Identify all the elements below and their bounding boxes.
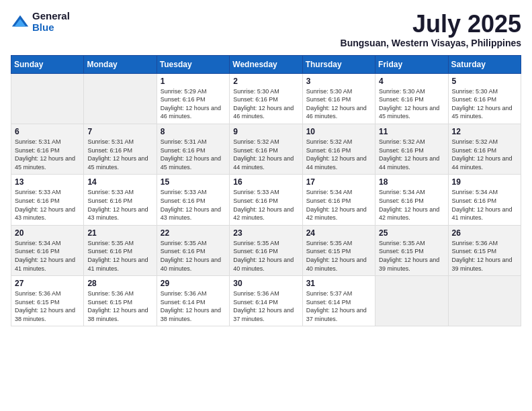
day-info: Sunrise: 5:32 AM Sunset: 6:16 PM Dayligh… [233, 138, 298, 171]
day-info: Sunrise: 5:30 AM Sunset: 6:16 PM Dayligh… [452, 87, 517, 121]
day-info: Sunrise: 5:32 AM Sunset: 6:16 PM Dayligh… [306, 138, 371, 171]
column-header-saturday: Saturday [448, 55, 521, 73]
calendar-cell: 24Sunrise: 5:35 AM Sunset: 6:15 PM Dayli… [302, 225, 375, 275]
day-number: 5 [452, 77, 517, 86]
calendar-cell: 5Sunrise: 5:30 AM Sunset: 6:16 PM Daylig… [448, 73, 521, 124]
calendar-cell: 17Sunrise: 5:34 AM Sunset: 6:16 PM Dayli… [302, 175, 375, 225]
column-header-tuesday: Tuesday [157, 55, 229, 73]
day-number: 19 [452, 177, 517, 187]
day-info: Sunrise: 5:34 AM Sunset: 6:16 PM Dayligh… [306, 188, 371, 222]
calendar-cell: 19Sunrise: 5:34 AM Sunset: 6:16 PM Dayli… [448, 175, 521, 225]
calendar-cell: 25Sunrise: 5:35 AM Sunset: 6:15 PM Dayli… [375, 225, 448, 275]
day-info: Sunrise: 5:30 AM Sunset: 6:16 PM Dayligh… [306, 87, 371, 121]
calendar-cell: 27Sunrise: 5:36 AM Sunset: 6:15 PM Dayli… [11, 276, 84, 326]
calendar-cell: 23Sunrise: 5:35 AM Sunset: 6:16 PM Dayli… [230, 225, 302, 275]
calendar-cell [11, 73, 84, 124]
day-info: Sunrise: 5:35 AM Sunset: 6:16 PM Dayligh… [161, 239, 226, 273]
column-header-sunday: Sunday [11, 55, 84, 73]
day-number: 31 [306, 279, 371, 288]
day-info: Sunrise: 5:36 AM Sunset: 6:14 PM Dayligh… [233, 289, 298, 323]
week-row-3: 13Sunrise: 5:33 AM Sunset: 6:16 PM Dayli… [11, 175, 521, 225]
day-number: 21 [87, 228, 152, 238]
week-row-2: 6Sunrise: 5:31 AM Sunset: 6:16 PM Daylig… [11, 124, 521, 174]
day-info: Sunrise: 5:29 AM Sunset: 6:16 PM Dayligh… [161, 87, 226, 121]
day-info: Sunrise: 5:35 AM Sunset: 6:15 PM Dayligh… [379, 239, 444, 273]
logo-icon [11, 13, 30, 32]
column-header-friday: Friday [375, 55, 448, 73]
day-info: Sunrise: 5:33 AM Sunset: 6:16 PM Dayligh… [161, 188, 226, 222]
header-row: SundayMondayTuesdayWednesdayThursdayFrid… [11, 55, 521, 73]
day-number: 26 [452, 228, 517, 238]
day-info: Sunrise: 5:34 AM Sunset: 6:16 PM Dayligh… [452, 188, 517, 222]
day-info: Sunrise: 5:33 AM Sunset: 6:16 PM Dayligh… [15, 188, 80, 222]
logo-text: General Blue [32, 11, 70, 33]
calendar-cell: 3Sunrise: 5:30 AM Sunset: 6:16 PM Daylig… [302, 73, 375, 124]
day-number: 1 [161, 77, 226, 86]
day-number: 13 [15, 177, 80, 187]
day-info: Sunrise: 5:32 AM Sunset: 6:16 PM Dayligh… [379, 138, 444, 171]
day-number: 12 [452, 127, 517, 136]
column-header-wednesday: Wednesday [230, 55, 302, 73]
day-number: 25 [379, 228, 444, 238]
calendar-cell: 20Sunrise: 5:34 AM Sunset: 6:16 PM Dayli… [11, 225, 84, 275]
day-info: Sunrise: 5:36 AM Sunset: 6:14 PM Dayligh… [161, 289, 226, 323]
calendar-cell: 22Sunrise: 5:35 AM Sunset: 6:16 PM Dayli… [157, 225, 229, 275]
day-number: 30 [233, 279, 298, 288]
day-number: 11 [379, 127, 444, 136]
column-header-thursday: Thursday [302, 55, 375, 73]
calendar-table: SundayMondayTuesdayWednesdayThursdayFrid… [11, 55, 521, 327]
calendar-cell [84, 73, 157, 124]
day-number: 29 [161, 279, 226, 288]
calendar-cell [375, 276, 448, 326]
day-info: Sunrise: 5:34 AM Sunset: 6:16 PM Dayligh… [15, 239, 80, 273]
logo-blue: Blue [32, 22, 70, 34]
calendar-cell: 21Sunrise: 5:35 AM Sunset: 6:16 PM Dayli… [84, 225, 157, 275]
calendar-cell: 7Sunrise: 5:31 AM Sunset: 6:16 PM Daylig… [84, 124, 157, 174]
calendar-header: SundayMondayTuesdayWednesdayThursdayFrid… [11, 55, 521, 73]
location-subtitle: Bungsuan, Western Visayas, Philippines [341, 38, 521, 48]
day-number: 15 [161, 177, 226, 187]
day-number: 10 [306, 127, 371, 136]
calendar-cell: 6Sunrise: 5:31 AM Sunset: 6:16 PM Daylig… [11, 124, 84, 174]
day-info: Sunrise: 5:31 AM Sunset: 6:16 PM Dayligh… [161, 138, 226, 171]
column-header-monday: Monday [84, 55, 157, 73]
day-info: Sunrise: 5:32 AM Sunset: 6:16 PM Dayligh… [452, 138, 517, 171]
day-number: 16 [233, 177, 298, 187]
week-row-5: 27Sunrise: 5:36 AM Sunset: 6:15 PM Dayli… [11, 276, 521, 326]
day-number: 20 [15, 228, 80, 238]
calendar-cell: 26Sunrise: 5:36 AM Sunset: 6:15 PM Dayli… [448, 225, 521, 275]
day-number: 6 [15, 127, 80, 136]
day-number: 4 [379, 77, 444, 86]
calendar-body: 1Sunrise: 5:29 AM Sunset: 6:16 PM Daylig… [11, 73, 521, 326]
week-row-1: 1Sunrise: 5:29 AM Sunset: 6:16 PM Daylig… [11, 73, 521, 124]
day-info: Sunrise: 5:35 AM Sunset: 6:16 PM Dayligh… [233, 239, 298, 273]
day-info: Sunrise: 5:30 AM Sunset: 6:16 PM Dayligh… [233, 87, 298, 121]
calendar-cell: 9Sunrise: 5:32 AM Sunset: 6:16 PM Daylig… [230, 124, 302, 174]
page-header: General Blue July 2025 Bungsuan, Western… [11, 11, 521, 48]
calendar-cell [448, 276, 521, 326]
day-info: Sunrise: 5:35 AM Sunset: 6:16 PM Dayligh… [87, 239, 152, 273]
calendar-cell: 10Sunrise: 5:32 AM Sunset: 6:16 PM Dayli… [302, 124, 375, 174]
logo: General Blue [11, 11, 70, 33]
calendar-cell: 1Sunrise: 5:29 AM Sunset: 6:16 PM Daylig… [157, 73, 229, 124]
day-number: 8 [161, 127, 226, 136]
calendar-cell: 12Sunrise: 5:32 AM Sunset: 6:16 PM Dayli… [448, 124, 521, 174]
day-number: 18 [379, 177, 444, 187]
day-number: 24 [306, 228, 371, 238]
calendar-cell: 2Sunrise: 5:30 AM Sunset: 6:16 PM Daylig… [230, 73, 302, 124]
day-number: 27 [15, 279, 80, 288]
day-info: Sunrise: 5:35 AM Sunset: 6:15 PM Dayligh… [306, 239, 371, 273]
day-info: Sunrise: 5:34 AM Sunset: 6:16 PM Dayligh… [379, 188, 444, 222]
day-info: Sunrise: 5:33 AM Sunset: 6:16 PM Dayligh… [87, 188, 152, 222]
calendar-cell: 16Sunrise: 5:33 AM Sunset: 6:16 PM Dayli… [230, 175, 302, 225]
calendar-cell: 30Sunrise: 5:36 AM Sunset: 6:14 PM Dayli… [230, 276, 302, 326]
calendar-cell: 28Sunrise: 5:36 AM Sunset: 6:15 PM Dayli… [84, 276, 157, 326]
logo-general: General [32, 11, 70, 22]
calendar-cell: 29Sunrise: 5:36 AM Sunset: 6:14 PM Dayli… [157, 276, 229, 326]
day-info: Sunrise: 5:33 AM Sunset: 6:16 PM Dayligh… [233, 188, 298, 222]
day-info: Sunrise: 5:36 AM Sunset: 6:15 PM Dayligh… [87, 289, 152, 323]
day-info: Sunrise: 5:31 AM Sunset: 6:16 PM Dayligh… [87, 138, 152, 171]
day-number: 7 [87, 127, 152, 136]
calendar-cell: 14Sunrise: 5:33 AM Sunset: 6:16 PM Dayli… [84, 175, 157, 225]
day-number: 14 [87, 177, 152, 187]
